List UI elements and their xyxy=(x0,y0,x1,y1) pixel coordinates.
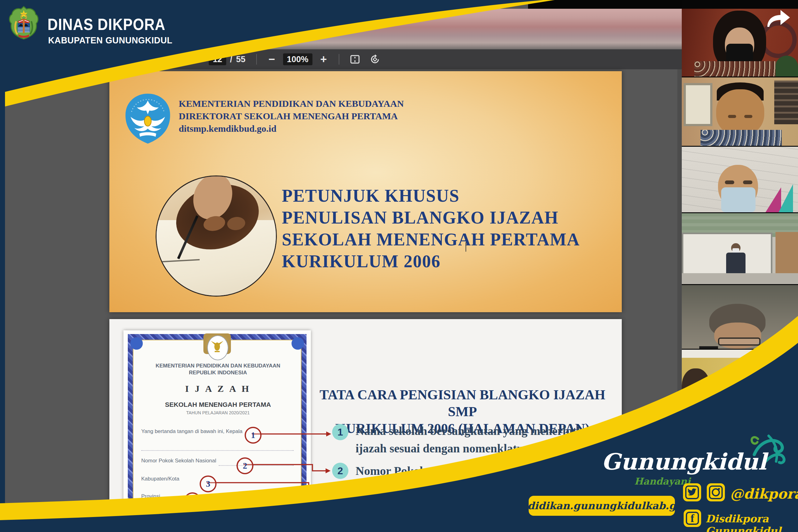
toolbar-divider xyxy=(339,54,339,64)
slide1-title-line4: KURIKULUM 2006 xyxy=(282,250,613,272)
slide2-title-line1: TATA CARA PENGISIAN BLANGKO IJAZAH SMP xyxy=(317,386,608,420)
ijazah-field-line xyxy=(219,464,294,466)
ijazah-corner-medallion xyxy=(130,337,143,350)
zoom-out-button[interactable]: − xyxy=(265,53,279,66)
page-number-input[interactable]: 12 xyxy=(209,53,226,65)
share-arrow-icon[interactable] xyxy=(765,9,792,30)
list-item-text: Nomor Pokok Sekolah Nasional (NPSN) xyxy=(356,462,615,479)
fit-page-icon[interactable] xyxy=(348,53,362,66)
video-art xyxy=(682,350,798,358)
participant-video-4[interactable] xyxy=(682,213,798,284)
video-art xyxy=(732,248,739,252)
video-art xyxy=(684,83,712,126)
pdf-toolbar: 12 / 55 − 100% + xyxy=(0,49,682,69)
ijazah-year: TAHUN PELAJARAN 2020/2021 xyxy=(138,410,298,415)
zoom-in-button[interactable]: + xyxy=(317,53,330,66)
video-art xyxy=(701,130,782,146)
ijazah-corner-medallion xyxy=(291,337,304,350)
video-art xyxy=(744,115,752,118)
twitter-icon[interactable] xyxy=(683,483,701,501)
video-art xyxy=(776,56,798,76)
participant-video-5[interactable] xyxy=(682,285,798,349)
video-art xyxy=(682,273,798,284)
facebook-f-glyph: f xyxy=(686,512,699,525)
participant-video-3[interactable] xyxy=(682,147,798,212)
video-art xyxy=(682,368,710,406)
slide1-title-line3: SEKOLAH MENENGAH PERTAMA xyxy=(282,229,613,250)
list-item-number: 2 xyxy=(332,463,348,479)
rotate-icon[interactable] xyxy=(368,53,382,66)
video-art xyxy=(699,346,718,349)
toolbar-divider xyxy=(256,54,257,64)
instagram-icon[interactable] xyxy=(707,483,725,501)
ijazah-field-label: Kabupaten/Kota xyxy=(141,476,179,482)
agency-region: KABUPATEN GUNUNGKIDUL xyxy=(48,35,173,45)
facebook-name: Disdikpora Gunungkidul xyxy=(706,513,798,532)
participant-video-2[interactable] xyxy=(682,77,798,146)
slide1-ministry-line: KEMENTERIAN PENDIDIKAN DAN KEBUDAYAAN xyxy=(179,97,460,110)
list-item-text: Nama sekolah bersangkutan yang menerbitk… xyxy=(356,422,615,440)
page-count-label: 55 xyxy=(236,55,246,64)
website-banner: pendidikan.gunungkidulkab.go.id xyxy=(529,496,675,516)
ijazah-ministry-line2: REPUBLIK INDONESIA xyxy=(138,370,298,376)
participant-video-6[interactable] xyxy=(682,350,798,428)
slide-page-12: KEMENTERIAN PENDIDIKAN DAN KEBUDAYAAN DI… xyxy=(109,71,622,312)
gunungkidul-regency-emblem-icon xyxy=(8,6,39,41)
list-item-text: mencoret) xyxy=(356,513,615,531)
writing-hand-photo xyxy=(156,175,277,297)
facebook-icon[interactable]: f xyxy=(684,510,701,527)
video-art xyxy=(728,115,736,118)
text-cursor-pointer xyxy=(466,242,466,252)
garuda-emblem-icon xyxy=(207,335,229,360)
twitter-bird-glyph xyxy=(685,486,699,499)
instagram-camera-glyph xyxy=(709,486,723,499)
slide1-website-line: ditsmp.kemdikbud.go.id xyxy=(179,122,460,135)
ijazah-callout-number: 3 xyxy=(200,475,217,492)
slide1-directorate-line: DIREKTORAT SEKOLAH MENENGAH PERTAMA xyxy=(179,110,460,122)
social-handle: @dikpora_gk xyxy=(730,486,798,502)
video-art xyxy=(721,187,756,212)
slide1-title-line2: PENULISAN BLANGKO IJAZAH xyxy=(282,207,613,229)
list-item-number: 1 xyxy=(332,424,348,440)
ijazah-callout-number: 4 xyxy=(184,492,201,509)
ijazah-field-line xyxy=(141,450,294,451)
ijazah-ministry-line1: KEMENTERIAN PENDIDIKAN DAN KEBUDAYAAN xyxy=(138,363,298,369)
video-art xyxy=(774,80,798,124)
page-separator: / xyxy=(230,55,233,64)
ijazah-callout-number: 2 xyxy=(237,457,253,474)
video-art xyxy=(726,252,745,273)
list-item-text: ijazah sesuai dengan nomenklatur. xyxy=(356,440,615,457)
ijazah-field-note: menerangkan bahwa xyxy=(268,495,317,501)
slide1-title-line1: PETUNJUK KHUSUS xyxy=(282,185,613,207)
tut-wuri-handayani-logo-icon xyxy=(124,92,171,146)
list-item-number: 3 xyxy=(332,498,348,514)
zoom-level-input[interactable]: 100% xyxy=(283,53,312,65)
agency-name: DINAS DIKPORA xyxy=(48,15,166,34)
footer-brand: Gunungkidul xyxy=(601,448,758,475)
video-art xyxy=(726,44,753,63)
video-art xyxy=(743,180,752,184)
video-art xyxy=(719,372,767,408)
meeting-screenshot: 12 / 55 − 100% + xyxy=(0,0,798,532)
ijazah-field-label: Provinsi xyxy=(141,493,160,499)
video-art xyxy=(725,180,734,184)
video-art xyxy=(694,61,788,76)
video-art xyxy=(716,89,764,136)
ijazah-subtitle: SEKOLAH MENENGAH PERTAMA xyxy=(138,401,298,408)
ijazah-field-label: Nomor Pokok Sekolah Nasional xyxy=(141,458,216,464)
ijazah-callout-number: 1 xyxy=(244,427,261,444)
video-art xyxy=(718,338,761,346)
video-art xyxy=(779,184,793,212)
ijazah-field-label: Yang bertanda tangan di bawah ini, Kepal… xyxy=(141,428,242,435)
ijazah-title: I J A Z A H xyxy=(138,383,298,394)
